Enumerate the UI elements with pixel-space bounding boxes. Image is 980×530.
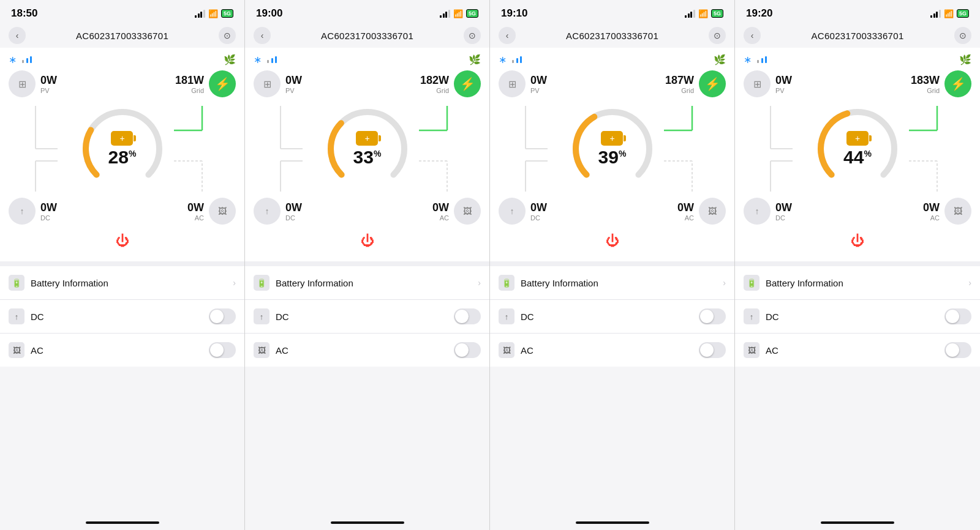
dc-toggle-label: DC xyxy=(766,312,944,322)
phone-panel-1: 18:50 📶 5G ‹ AC602317003336701 ⊙ xyxy=(0,0,245,530)
spacer xyxy=(0,367,244,515)
dc-value: 0W xyxy=(285,201,302,214)
grid-icon-circle[interactable]: ⚡ xyxy=(944,70,971,97)
power-button[interactable]: ⏻ xyxy=(361,233,374,249)
grid-label: Grid xyxy=(911,87,940,94)
grid-item: 181W Grid ⚡ xyxy=(175,70,236,97)
ac-toggle-switch[interactable] xyxy=(454,342,481,358)
battery-info-item[interactable]: 🔋 Battery Information › xyxy=(735,266,980,300)
ac-item: 0W AC 🖼 xyxy=(432,198,481,225)
dc-toggle-switch[interactable] xyxy=(944,308,971,324)
battery-list-icon: 🔋 xyxy=(12,278,21,288)
grid-icon-circle[interactable]: ⚡ xyxy=(209,70,236,97)
grid-icon: ⚡ xyxy=(951,77,966,91)
dc-toggle-label: DC xyxy=(31,312,209,322)
ac-toggle-icon: 🖼 xyxy=(9,342,24,358)
ac-toggle-switch[interactable] xyxy=(944,342,971,358)
ac-toggle-label: AC xyxy=(521,345,699,356)
ac-toggle-switch[interactable] xyxy=(699,342,726,358)
pv-icon: ⊞ xyxy=(263,78,271,90)
grid-icon-circle[interactable]: ⚡ xyxy=(454,70,481,97)
dc-toggle-switch[interactable] xyxy=(454,308,481,324)
power-button[interactable]: ⏻ xyxy=(851,233,864,249)
battery-gauge[interactable]: + 28% xyxy=(77,103,168,195)
battery-info-item[interactable]: 🔋 Battery Information › xyxy=(245,266,489,300)
pv-item: ⊞ 0W PV xyxy=(499,70,547,97)
gauge-center: + 39% xyxy=(598,131,627,166)
battery-percent: 44% xyxy=(843,148,872,166)
ac-value: 0W xyxy=(677,201,694,214)
signal-bar-4 xyxy=(203,10,205,18)
gauge-area: + 33% xyxy=(254,100,481,198)
pv-label: PV xyxy=(530,87,547,94)
left-icons: ∗ xyxy=(254,54,277,65)
battery-info-item[interactable]: 🔋 Battery Information › xyxy=(490,266,734,300)
energy-row-top: ⊞ 0W PV 182W Grid xyxy=(254,70,481,97)
wifi-icon: 📶 xyxy=(698,9,708,18)
battery-info-item[interactable]: 🔋 Battery Information › xyxy=(0,266,244,300)
target-icon[interactable]: ⊙ xyxy=(464,27,481,44)
nav-title: AC602317003336701 xyxy=(76,31,168,41)
signal-bar-3 xyxy=(936,12,938,18)
list-section: 🔋 Battery Information › ↑ DC 🖼 AC xyxy=(245,266,489,367)
chevron-icon: › xyxy=(478,278,481,288)
bluetooth-icon: ∗ xyxy=(744,54,752,65)
home-bar xyxy=(821,521,894,524)
signal-bar-4 xyxy=(448,10,450,18)
battery-gauge[interactable]: + 39% xyxy=(567,103,658,195)
battery-gauge[interactable]: + 33% xyxy=(322,103,413,195)
target-icon[interactable]: ⊙ xyxy=(954,27,971,44)
ac-label: AC xyxy=(677,214,694,222)
ac-icon: 🖼 xyxy=(708,206,717,216)
pv-icon: ⊞ xyxy=(508,78,516,90)
pv-icon-circle: ⊞ xyxy=(254,70,281,97)
battery-gauge[interactable]: + 44% xyxy=(812,103,903,195)
ac-value: 0W xyxy=(432,201,449,214)
ac-icon: 🖼 xyxy=(954,206,962,216)
ac-toggle-item: 🖼 AC xyxy=(0,334,244,367)
pv-item: ⊞ 0W PV xyxy=(744,70,792,97)
dc-list-icon: ↑ xyxy=(505,312,509,321)
signal-bar-3 xyxy=(200,12,202,18)
dc-toggle-switch[interactable] xyxy=(209,308,236,324)
back-button[interactable]: ‹ xyxy=(9,27,26,44)
leaf-icon: 🌿 xyxy=(714,54,726,65)
back-button[interactable]: ‹ xyxy=(744,27,761,44)
signal-bar-1 xyxy=(685,15,687,18)
spacer xyxy=(245,367,489,515)
dc-icon: ↑ xyxy=(20,206,24,216)
signal-bar-3 xyxy=(445,12,447,18)
bluetooth-icon: ∗ xyxy=(499,54,507,65)
power-button[interactable]: ⏻ xyxy=(116,233,129,249)
nav-title: AC602317003336701 xyxy=(321,31,413,41)
grid-value: 181W xyxy=(175,74,204,87)
target-icon[interactable]: ⊙ xyxy=(709,27,726,44)
battery-list-icon: 🔋 xyxy=(257,278,266,288)
energy-row-top: ⊞ 0W PV 187W Grid xyxy=(499,70,726,97)
status-bar: 19:00 📶 5G xyxy=(245,0,489,24)
dc-toggle-item: ↑ DC xyxy=(735,300,980,334)
target-icon[interactable]: ⊙ xyxy=(219,27,236,44)
back-button[interactable]: ‹ xyxy=(499,27,516,44)
grid-icon-circle[interactable]: ⚡ xyxy=(699,70,726,97)
power-button[interactable]: ⏻ xyxy=(606,233,619,249)
ac-toggle-switch[interactable] xyxy=(209,342,236,358)
main-card: ∗ 🌿 ⊞ 0W xyxy=(735,48,980,261)
signal-small xyxy=(266,56,277,64)
home-bar xyxy=(86,521,159,524)
back-button[interactable]: ‹ xyxy=(254,27,271,44)
ac-list-icon: 🖼 xyxy=(13,346,21,355)
battery-info-label: Battery Information xyxy=(31,278,233,288)
ac-toggle-label: AC xyxy=(31,345,209,356)
dc-label: DC xyxy=(40,214,57,222)
dc-toggle-label: DC xyxy=(276,312,454,322)
dc-value: 0W xyxy=(775,201,792,214)
dc-toggle-switch[interactable] xyxy=(699,308,726,324)
battery-info-label: Battery Information xyxy=(521,278,723,288)
signal-bar-4 xyxy=(939,10,941,18)
dc-item: ↑ 0W DC xyxy=(499,198,547,225)
dc-toggle-icon: ↑ xyxy=(744,308,760,324)
signal-bar-2 xyxy=(933,13,935,18)
ac-label: AC xyxy=(923,214,940,222)
battery-badge: 5G xyxy=(957,9,969,18)
